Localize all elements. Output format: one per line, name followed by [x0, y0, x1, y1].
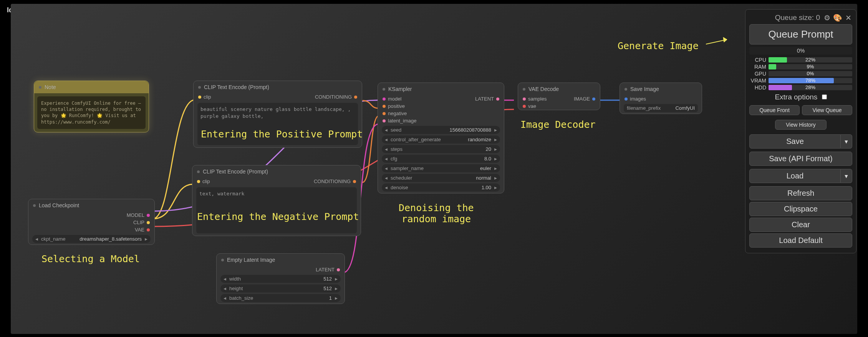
clip-pos-ports: clip CONDITIONING [194, 93, 362, 101]
stat-gpu: GPU0% [749, 71, 852, 77]
vae-samples-port[interactable]: samples IMAGE [518, 95, 600, 102]
save-image-node[interactable]: Save Image images filename_prefixComfyUI [620, 83, 702, 114]
save-button[interactable]: Save [749, 134, 841, 149]
clip-encode-pos-header[interactable]: CLIP Text Encode (Prompt) [194, 81, 362, 93]
annotation-neg-prompt: Entering the Negative Prompt [197, 211, 359, 222]
ckpt-name-widget[interactable]: ckpt_name dreamshaper_8.safetensors [32, 235, 151, 243]
arrow-icon [706, 35, 733, 50]
clip-neg-ports: clip CONDITIONING [192, 178, 361, 185]
load-checkpoint-node[interactable]: Load Checkpoint MODEL CLIP VAE ckpt_name… [28, 199, 155, 245]
extra-options-row: Extra options [749, 93, 852, 101]
svg-marker-1 [723, 37, 727, 42]
gear-icon[interactable]: ⚙ [823, 14, 831, 21]
ksampler-latent-port[interactable]: latent_image [378, 117, 504, 124]
ksampler-title: KSampler [388, 86, 412, 92]
save-image-title: Save Image [630, 86, 659, 92]
view-queue-button[interactable]: View Queue [802, 105, 852, 115]
batch-size-widget[interactable]: batch_size1 [220, 294, 341, 302]
port-dot-icon [624, 97, 628, 101]
palette-icon[interactable]: 🎨 [834, 14, 841, 21]
queue-front-button[interactable]: Queue Front [749, 105, 800, 115]
port-dot-icon[interactable] [354, 96, 357, 99]
empty-latent-output[interactable]: LATENT [217, 266, 345, 273]
control-panel: Queue size: 0 ⚙ 🎨 ✕ Queue Prompt 0% CPU2… [745, 9, 856, 253]
vae-vae-port[interactable]: vae [518, 102, 600, 110]
clip-encode-neg-header[interactable]: CLIP Text Encode (Prompt) [192, 165, 361, 178]
queue-size-label: Queue size: 0 [775, 13, 820, 22]
save-api-button[interactable]: Save (API Format) [749, 152, 852, 166]
header-dot-icon [624, 88, 627, 91]
cfg-widget[interactable]: cfg8.0 [382, 155, 500, 163]
progress-bar: 0% [749, 47, 852, 55]
port-dot-icon [383, 112, 386, 115]
port-dot-icon [383, 97, 386, 101]
port-dot-icon [592, 97, 595, 101]
empty-latent-header[interactable]: Empty Latent Image [217, 254, 345, 266]
control-after-generate-widget[interactable]: control_after_generaterandomize [382, 135, 500, 144]
port-dot-icon [147, 221, 150, 224]
header-dot-icon [33, 204, 36, 207]
empty-latent-title: Empty Latent Image [227, 257, 275, 263]
vae-decode-node[interactable]: VAE Decode samples IMAGE vae [518, 83, 600, 110]
ksampler-node[interactable]: KSampler model LATENT positive negative … [378, 83, 504, 193]
scheduler-widget[interactable]: schedulernormal [382, 174, 500, 182]
load-button[interactable]: Load [749, 169, 841, 183]
queue-prompt-button[interactable]: Queue Prompt [749, 24, 852, 45]
vae-decode-title: VAE Decode [528, 86, 559, 92]
port-dot-icon[interactable] [353, 180, 356, 183]
clip-encode-neg-node[interactable]: CLIP Text Encode (Prompt) clip CONDITION… [192, 165, 361, 236]
height-widget[interactable]: height512 [220, 284, 341, 292]
note-header[interactable]: Note [34, 81, 149, 93]
note-body[interactable]: Experience ComfyUI Online for free — no … [37, 96, 146, 129]
port-dot-icon[interactable] [198, 96, 201, 99]
port-dot-icon [523, 105, 526, 108]
width-widget[interactable]: width512 [220, 275, 341, 283]
vae-decode-header[interactable]: VAE Decode [518, 83, 600, 95]
clip-encode-neg-title: CLIP Text Encode (Prompt) [203, 168, 268, 175]
empty-latent-node[interactable]: Empty Latent Image LATENT width512 heigh… [216, 253, 345, 304]
negative-prompt-textbox[interactable]: text, watermark [196, 187, 357, 233]
node-canvas[interactable]: Note Experience ComfyUI Online for free … [11, 4, 857, 334]
annotation-pos-prompt: Entering the Positive Prompt [201, 129, 363, 140]
output-clip[interactable]: CLIP [28, 219, 154, 226]
port-dot-icon [496, 97, 499, 101]
close-icon[interactable]: ✕ [845, 14, 852, 21]
load-default-button[interactable]: Load Default [749, 233, 852, 248]
output-vae[interactable]: VAE [28, 226, 154, 233]
port-dot-icon[interactable] [197, 180, 200, 183]
steps-widget[interactable]: steps20 [382, 145, 500, 153]
port-dot-icon [147, 214, 150, 217]
ksampler-positive-port[interactable]: positive [378, 102, 504, 110]
sampler-name-widget[interactable]: sampler_nameeuler [382, 164, 500, 172]
note-node[interactable]: Note Experience ComfyUI Online for free … [34, 81, 149, 132]
extra-options-checkbox[interactable] [822, 94, 827, 99]
stat-hdd: HDD28% [749, 84, 852, 91]
clear-button[interactable]: Clear [749, 218, 852, 232]
view-history-button[interactable]: View History [775, 120, 827, 130]
port-dot-icon [337, 268, 340, 271]
save-images-port[interactable]: images [620, 95, 702, 102]
refresh-button[interactable]: Refresh [749, 186, 852, 200]
header-dot-icon [39, 86, 41, 89]
filename-prefix-widget[interactable]: filename_prefixComfyUI [624, 104, 698, 112]
port-dot-icon [523, 97, 526, 101]
header-dot-icon [197, 170, 200, 173]
load-dropdown-button[interactable]: ▼ [841, 169, 852, 183]
save-dropdown-button[interactable]: ▼ [841, 134, 852, 149]
load-checkpoint-header[interactable]: Load Checkpoint [28, 199, 154, 211]
clipspace-button[interactable]: Clipspace [749, 202, 852, 216]
annotation-generate: Generate Image [618, 40, 699, 51]
ksampler-header[interactable]: KSampler [378, 83, 504, 95]
denoise-widget[interactable]: denoise1.00 [382, 183, 500, 192]
ksampler-model-port[interactable]: model LATENT [378, 95, 504, 102]
header-dot-icon [523, 88, 525, 91]
save-image-header[interactable]: Save Image [620, 83, 702, 95]
seed-widget[interactable]: seed156680208700888 [382, 126, 500, 134]
annotation-decoder: Image Decoder [520, 119, 596, 130]
header-dot-icon [221, 259, 224, 261]
stat-vram: VRAM78% [749, 78, 852, 84]
output-model[interactable]: MODEL [28, 211, 154, 219]
ksampler-negative-port[interactable]: negative [378, 110, 504, 117]
header-dot-icon [198, 86, 201, 89]
port-dot-icon [147, 228, 150, 231]
